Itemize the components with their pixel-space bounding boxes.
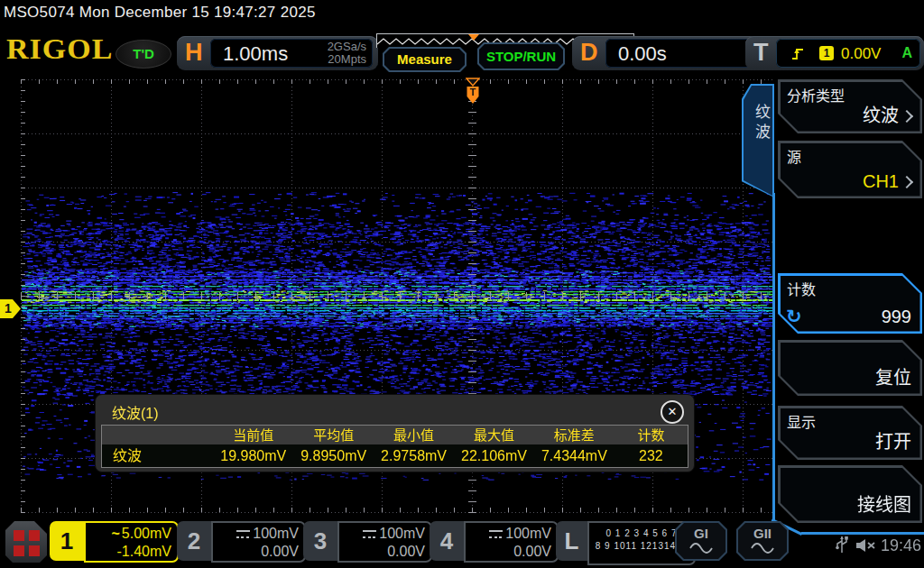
popup-title: 纹波(1): [112, 401, 159, 423]
memory-trigger-position-icon: [468, 34, 479, 41]
svg-text:T: T: [470, 87, 476, 97]
menu-item-label: 显示: [787, 410, 816, 432]
menu-item-value: 复位: [875, 363, 911, 389]
oscilloscope-screen: MSO5074 Mon December 15 19:47:27 2025 RI…: [0, 0, 924, 568]
dc-coupling-icon: [489, 530, 503, 538]
measure-button-label: Measure: [384, 49, 465, 70]
delay-settings-button[interactable]: D 0.00s: [572, 36, 773, 70]
channel3-status[interactable]: 100mV 0.00V: [337, 521, 432, 563]
trigger-position-marker[interactable]: T: [466, 78, 480, 105]
col-header: 当前值: [213, 426, 293, 444]
menu-item-display[interactable]: 显示 打开: [778, 406, 922, 460]
channel-offset: 0.00V: [213, 543, 299, 561]
menu-item-wiring-diagram[interactable]: 接线图: [778, 465, 922, 523]
menu-item-value: 999: [882, 307, 911, 327]
channel3-tag[interactable]: 3: [303, 521, 337, 561]
channel4-status[interactable]: 100mV 0.00V: [464, 521, 559, 563]
table-header-row: 当前值 平均值 最小值 最大值 标准差 计数: [102, 426, 688, 444]
trigger-sweep-mode: A: [901, 45, 912, 61]
channel-offset: 0.00V: [339, 543, 425, 561]
chevron-right-icon: [901, 110, 913, 123]
horizontal-settings-button[interactable]: H 1.00ms 2GSa/s 20Mpts: [177, 36, 378, 70]
trigger-status-badge: T'D: [116, 40, 171, 69]
menu-item-label: 计数: [787, 278, 816, 299]
chevron-right-icon: [901, 176, 913, 188]
stop-run-button-label: STOP/RUN: [479, 44, 563, 69]
table-row: 纹波 19.980mV 9.8950mV 2.9758mV 22.106mV 7…: [102, 444, 688, 467]
sidebar-accent-vline: [772, 193, 775, 520]
generator2-label: GII: [738, 526, 787, 541]
stddev-value: 7.4344mV: [534, 444, 614, 467]
dc-coupling-icon: [363, 530, 376, 538]
menu-item-value: 接线图: [857, 490, 911, 517]
sidebar-accent-hline: [801, 532, 924, 535]
col-header: 计数: [614, 426, 688, 444]
generator1-label: GI: [677, 526, 725, 541]
col-header: 最小值: [374, 426, 454, 444]
col-header: 平均值: [293, 426, 374, 444]
delay-display: 0.00s: [605, 39, 768, 68]
close-icon[interactable]: ✕: [661, 400, 684, 424]
rigol-logo: RIGOL: [6, 33, 113, 66]
channel1-tag[interactable]: 1: [50, 521, 84, 561]
usb-icon: [836, 535, 848, 554]
knob-icon: ↻: [786, 307, 802, 325]
speaker-muted-icon[interactable]: [855, 538, 877, 553]
channel1-status[interactable]: ~5.00mV -1.40mV: [84, 521, 179, 563]
ac-coupling-icon: ~: [112, 526, 120, 541]
timebase-display: 1.00ms 2GSa/s 20Mpts: [210, 39, 373, 68]
generator2-button[interactable]: GII: [736, 521, 789, 561]
menu-item-label: 源: [787, 145, 801, 167]
minimum-value: 2.9758mV: [374, 444, 454, 467]
measurement-table: 当前值 平均值 最小值 最大值 标准差 计数 纹波 19.980mV 9.895…: [101, 425, 688, 468]
samplerate-memdepth: 2GSa/s 20Mpts: [328, 41, 366, 66]
delay-value: 0.00s: [618, 42, 667, 66]
memory-depth: 20Mpts: [328, 53, 366, 66]
channel-scale: 5.00mV: [122, 526, 171, 541]
row-label: 纹波: [102, 444, 213, 467]
trigger-slope-icon: [791, 45, 805, 61]
sine-wave-icon: [750, 541, 775, 554]
clock: 19:46: [881, 536, 921, 555]
menu-item-value: 打开: [875, 427, 911, 453]
menu-tab-label: 纹波: [750, 104, 772, 143]
menu-item-reset[interactable]: 复位: [778, 340, 922, 396]
logic-channels-tag[interactable]: L: [556, 521, 587, 561]
col-header: 标准差: [534, 426, 614, 444]
menu-grid-icon: [14, 530, 40, 556]
trigger-source-badge: 1: [819, 46, 834, 60]
col-header: 最大值: [454, 426, 534, 444]
menu-item-label: 分析类型: [787, 84, 845, 105]
menu-item-analysis-type[interactable]: 分析类型 纹波: [778, 79, 922, 133]
channel2-tag[interactable]: 2: [177, 521, 211, 561]
timebase-value: 1.00ms: [223, 42, 288, 66]
main-menu-button[interactable]: [5, 521, 47, 563]
channel2-status[interactable]: 100mV 0.00V: [211, 521, 306, 563]
menu-item-count[interactable]: 计数 ↻ 999: [778, 273, 922, 334]
stop-run-button[interactable]: STOP/RUN: [477, 42, 565, 70]
channel-offset: -1.40mV: [86, 543, 171, 561]
channel-scale: 100mV: [253, 526, 299, 541]
menu-item-value: CH1: [863, 171, 899, 191]
channel-scale: 100mV: [379, 526, 425, 541]
menu-tab-ripple[interactable]: 纹波: [742, 84, 774, 197]
t-label: T: [753, 39, 769, 67]
trigger-display: 1 0.00V A: [776, 39, 920, 68]
current-value: 19.980mV: [213, 444, 293, 467]
maximum-value: 22.106mV: [454, 444, 534, 467]
channel-scale: 100mV: [505, 526, 551, 541]
model-datetime: MSO5074 Mon December 15 19:47:27 2025: [4, 4, 316, 22]
channel4-tag[interactable]: 4: [430, 521, 464, 561]
channel-offset: 0.00V: [466, 543, 551, 561]
menu-item-value: 纹波: [863, 105, 899, 125]
measurement-popup: 纹波(1) ✕ 当前值 平均值 最小值 最大值 标准差 计数 纹波 19.980…: [95, 394, 695, 472]
sine-wave-icon: [688, 541, 714, 554]
average-value: 9.8950mV: [293, 444, 374, 467]
trigger-settings-button[interactable]: T 1 0.00V A: [745, 36, 924, 70]
dc-coupling-icon: [236, 530, 250, 538]
generator1-button[interactable]: GI: [675, 521, 727, 561]
d-label: D: [580, 39, 598, 67]
h-label: H: [185, 39, 203, 67]
menu-item-source[interactable]: 源 CH1: [778, 141, 922, 198]
measure-button[interactable]: Measure: [383, 47, 467, 72]
